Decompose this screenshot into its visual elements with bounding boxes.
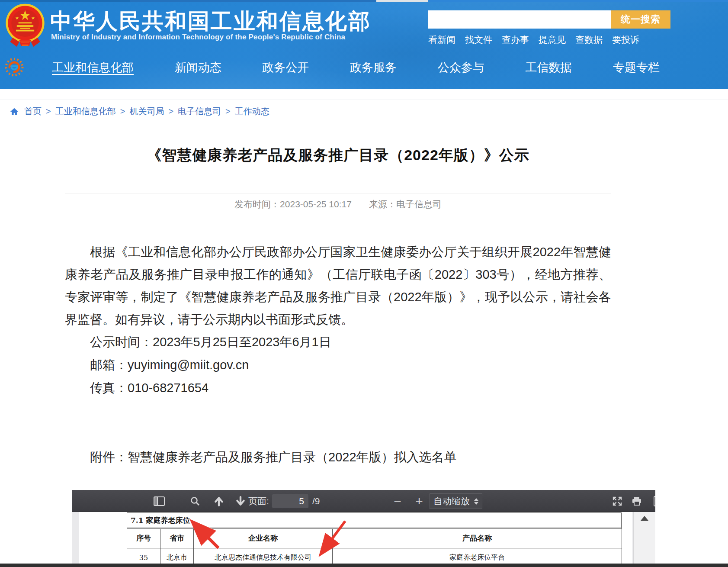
site-subtitle: Ministry of Industry and Information Tec…: [51, 33, 345, 42]
print-button[interactable]: [629, 490, 645, 512]
quick-link-suggest[interactable]: 提意见: [539, 34, 566, 46]
nav-item-data[interactable]: 工信数据: [525, 60, 572, 75]
nav-item-miit[interactable]: 工业和信息化部: [52, 60, 134, 75]
nav-item-topics[interactable]: 专题专栏: [613, 60, 660, 75]
article-paragraph: 根据《工业和信息化部办公厅民政部办公厅国家卫生健康委办公厅关于组织开展2022年…: [65, 241, 611, 331]
breadcrumb-home[interactable]: 首页: [24, 106, 42, 117]
article-body: 根据《工业和信息化部办公厅民政部办公厅国家卫生健康委办公厅关于组织开展2022年…: [65, 241, 611, 331]
next-page-button[interactable]: [233, 490, 248, 512]
publish-time-label: 发布时间：: [234, 199, 280, 209]
breadcrumb-separator: >: [46, 106, 51, 116]
article-contact-lines: 公示时间：2023年5月25日至2023年6月1日 邮箱：yuyiming@mi…: [65, 331, 611, 399]
page-number-input[interactable]: [272, 494, 309, 508]
nav-item-gov-service[interactable]: 政务服务: [350, 60, 397, 75]
zoom-mode-value: 自动缩放: [433, 495, 470, 507]
breadcrumb-separator: >: [168, 106, 173, 116]
breadcrumb-separator: >: [225, 106, 231, 116]
gov-site-logo-icon: [4, 57, 24, 77]
presentation-mode-button[interactable]: [609, 490, 625, 512]
search-document-button[interactable]: [188, 490, 202, 512]
previous-page-button[interactable]: [211, 490, 227, 512]
quick-link-files[interactable]: 找文件: [465, 34, 492, 46]
unified-search-button[interactable]: 统一搜索: [611, 10, 670, 29]
zoom-mode-select[interactable]: 自动缩放: [430, 493, 482, 509]
table-header-row: 序号 省市 企业名称 产品名称: [127, 529, 622, 548]
title-divider: [65, 193, 611, 193]
article-meta: 发布时间：2023-05-25 10:17来源：电子信息司: [65, 198, 611, 210]
attachment-line[interactable]: 附件：智慧健康养老产品及服务推广目录（2022年版）拟入选名单: [65, 446, 611, 468]
national-emblem: [4, 3, 46, 50]
pdf-content-area: 7.1 家庭养老床位 序号 省市 企业名称 产品名称 35 北京市 北京思杰佳通…: [72, 512, 655, 567]
site-header: 中华人民共和国工业和信息化部 Ministry of Industry and …: [0, 0, 728, 89]
pdf-section-title: 7.1 家庭养老床位: [127, 512, 622, 529]
page-total: /9: [312, 490, 320, 512]
nav-item-gov-open[interactable]: 政务公开: [262, 60, 309, 75]
pdf-page: 7.1 家庭养老床位 序号 省市 企业名称 产品名称 35 北京市 北京思杰佳通…: [79, 512, 632, 567]
toolbar-separator: [409, 495, 409, 507]
home-icon[interactable]: [10, 107, 19, 116]
source-label: 来源：: [369, 199, 396, 209]
site-title: 中华人民共和国工业和信息化部: [50, 7, 371, 36]
fax-line: 传真：010-68271654: [65, 377, 611, 399]
pdf-document: 7.1 家庭养老床位 序号 省市 企业名称 产品名称 35 北京市 北京思杰佳通…: [127, 512, 622, 567]
search-box: 统一搜索: [428, 10, 670, 29]
notice-period-line: 公示时间：2023年5月25日至2023年6月1日: [65, 331, 611, 354]
search-input[interactable]: [428, 10, 611, 29]
source-value: 电子信息司: [396, 199, 442, 209]
quick-link-services[interactable]: 查办事: [502, 34, 529, 46]
pdf-toolbar: 页面: /9 − + 自动缩放 »: [72, 490, 655, 512]
email-line: 邮箱：yuyiming@miit.gov.cn: [65, 354, 611, 377]
breadcrumb-separator: >: [120, 106, 125, 116]
scroll-up-arrow-icon[interactable]: [641, 516, 648, 521]
col-header-company: 企业名称: [194, 529, 333, 548]
pdf-viewer: 页面: /9 − + 自动缩放 »: [72, 490, 655, 567]
page-title: 《智慧健康养老产品及服务推广目录（2022年版）》公示: [65, 145, 611, 165]
nav-item-participation[interactable]: 公众参与: [438, 60, 484, 75]
col-header-product: 产品名称: [333, 529, 622, 548]
pdf-scrollbar[interactable]: [633, 512, 655, 567]
breadcrumb-work-updates[interactable]: 工作动态: [235, 106, 269, 117]
sidebar-toggle-button[interactable]: [152, 490, 167, 512]
col-header-province: 省市: [160, 529, 194, 548]
quick-links: 看新闻 找文件 查办事 提意见 查数据 要投诉: [428, 34, 670, 46]
breadcrumb-miit[interactable]: 工业和信息化部: [55, 106, 116, 117]
breadcrumb-electronic-info[interactable]: 电子信息司: [178, 106, 221, 117]
select-arrows-icon: [474, 498, 478, 505]
zoom-in-button[interactable]: +: [412, 490, 427, 512]
nav-item-news[interactable]: 新闻动态: [175, 60, 221, 75]
quick-link-complaint[interactable]: 要投诉: [612, 34, 639, 46]
quick-link-data[interactable]: 查数据: [575, 34, 603, 46]
quick-link-news[interactable]: 看新闻: [428, 34, 455, 46]
bottom-edge-strip: [0, 564, 728, 567]
top-edge-strip: [0, 0, 728, 2]
page-label: 页面:: [248, 490, 269, 512]
main-nav: 工业和信息化部 新闻动态 政务公开 政务服务 公众参与 工信数据 专题专栏: [52, 60, 660, 75]
zoom-out-button[interactable]: −: [390, 490, 405, 512]
col-header-index: 序号: [127, 529, 160, 548]
pdf-table: 序号 省市 企业名称 产品名称 35 北京市 北京思杰佳通信息技术有限公司 家庭…: [127, 529, 622, 567]
publish-time-value: 2023-05-25 10:17: [280, 199, 352, 209]
toolbar-separator: [230, 495, 230, 507]
breadcrumb-departments[interactable]: 机关司局: [129, 106, 164, 117]
download-button[interactable]: [650, 490, 655, 512]
breadcrumb: 首页 > 工业和信息化部 > 机关司局 > 电子信息司 > 工作动态: [10, 106, 269, 117]
breadcrumb-divider: [0, 100, 728, 100]
